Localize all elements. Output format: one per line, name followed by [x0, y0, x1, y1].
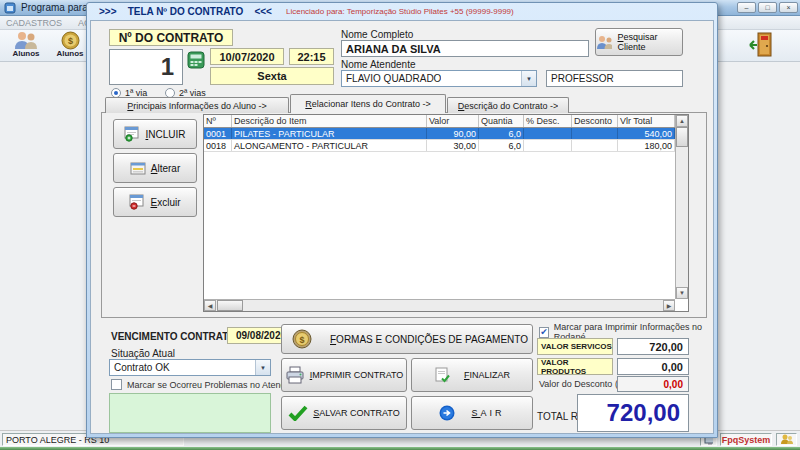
vencimento-label: VENCIMENTO CONTRATO: — [111, 331, 239, 342]
window-controls: – □ × — [737, 2, 798, 13]
row-num: 0001 — [204, 128, 232, 139]
sair-label: SAIR — [471, 408, 504, 418]
col-perc-desc: % Desc. — [524, 115, 572, 127]
table-row[interactable]: 0018 ALONGAMENTO - PARTICULAR 30,00 6,0 … — [204, 140, 688, 152]
scroll-down-icon[interactable]: ▼ — [676, 287, 688, 299]
nome-completo-label: Nome Completo — [341, 29, 413, 40]
imprimir-contrato-label: IMPRIMIR CONTRATO — [310, 370, 404, 380]
sair-button[interactable]: SAIR — [411, 396, 533, 430]
imprimir-contrato-button[interactable]: IMPRIMIR CONTRATO — [281, 358, 407, 392]
excluir-label: Excluir — [150, 197, 180, 208]
salvar-contrato-button[interactable]: SALVAR CONTRATO — [281, 396, 407, 430]
chevron-down-icon: ▼ — [521, 71, 536, 86]
dialog-titlebar[interactable]: >>> TELA Nº DO CONTRATO <<< Licenciado p… — [87, 3, 717, 20]
situacao-combobox[interactable]: Contrato OK ▼ — [109, 359, 271, 376]
payment-coin-icon: $ — [292, 329, 312, 349]
scroll-left-icon[interactable]: ◀ — [204, 300, 216, 311]
total-field: 720,00 — [577, 394, 689, 432]
app-window-icon — [4, 2, 16, 14]
exit-door-icon — [747, 31, 774, 58]
maximize-button[interactable]: □ — [758, 2, 777, 13]
col-desconto: Desconto — [572, 115, 618, 127]
edit-item-icon — [130, 161, 146, 176]
coin-icon: $ — [61, 31, 80, 50]
row-quantia: 6,0 — [479, 140, 524, 151]
contract-time-field: 22:15 — [289, 48, 334, 65]
valor-desconto-field: 0,00 — [617, 376, 689, 392]
tab-descricao-contrato[interactable]: Descrição do Contrato -> — [447, 97, 569, 113]
calendar-icon — [187, 51, 205, 69]
dialog-title: >>> TELA Nº DO CONTRATO <<< — [99, 6, 272, 17]
valor-servicos-label: VALOR SERVICOS — [537, 338, 613, 355]
col-descricao: Descrição do Item — [232, 115, 427, 127]
screen: Programa para Stúdi – □ × CADASTROS AGEN… — [0, 0, 800, 450]
minimize-button[interactable]: – — [737, 2, 756, 13]
menu-cadastros[interactable]: CADASTROS — [6, 18, 62, 28]
toolbar-alunos-1-label: Alunos — [12, 49, 39, 58]
printer-icon — [285, 366, 305, 384]
formas-pagamento-label: FORMAS E CONDIÇÕES DE PAGAMENTO — [330, 334, 528, 345]
toolbar-alunos-2[interactable]: $ Alunos — [50, 31, 90, 61]
scroll-up-icon[interactable]: ▲ — [676, 115, 688, 127]
dialog-license-text: Licenciado para: Temporização Stúdio Pil… — [286, 7, 514, 16]
nome-completo-field[interactable]: ARIANA DA SILVA — [341, 40, 589, 57]
atendente-value: FLAVIO QUADRADO — [342, 73, 441, 84]
table-vertical-scrollbar[interactable]: ▲ ▼ — [675, 115, 688, 299]
tab-descricao-label: Descrição do Contrato -> — [458, 101, 558, 111]
valor-produtos-field: 0,00 — [617, 358, 689, 375]
problemas-checkbox-box — [111, 379, 122, 390]
items-table-header: Nº Descrição do Item Valor Quantia % Des… — [204, 115, 688, 128]
alterar-button[interactable]: Alterar — [113, 153, 197, 183]
atendente-combobox[interactable]: FLAVIO QUADRADO ▼ — [341, 70, 537, 87]
delete-item-icon — [129, 194, 145, 210]
valor-produtos-label: VALOR PRODUTOS — [537, 358, 613, 375]
contract-number-header: Nº DO CONTRATO — [109, 29, 233, 46]
situacao-label: Situação Atual — [111, 348, 175, 359]
close-button[interactable]: × — [779, 2, 798, 13]
contract-calendar-button[interactable] — [187, 51, 205, 71]
observacoes-textarea[interactable] — [109, 393, 271, 433]
contract-dialog: >>> TELA Nº DO CONTRATO <<< Licenciado p… — [86, 2, 718, 438]
svg-text:$: $ — [299, 335, 304, 345]
toolbar-alunos-1[interactable]: Alunos — [6, 31, 46, 61]
toolbar-alunos-2-label: Alunos — [56, 49, 83, 58]
incluir-button[interactable]: INCLUIR — [113, 119, 197, 149]
incluir-label: INCLUIR — [145, 129, 185, 140]
funcao-field[interactable]: PROFESSOR — [546, 70, 683, 87]
chevron-down-icon: ▼ — [255, 360, 270, 375]
excluir-button[interactable]: Excluir — [113, 187, 197, 217]
contract-weekday-field: Sexta — [210, 67, 334, 85]
finalizar-label: FINALIZAR — [464, 370, 510, 380]
tab-principais-informacoes[interactable]: Principais Informações do Aluno -> — [105, 97, 289, 113]
status-brand: FpqSystem — [720, 433, 772, 446]
dialog-body: Nº DO CONTRATO 1 10/07/2020 22:15 Sexta … — [90, 20, 714, 434]
contract-number-field[interactable]: 1 — [109, 49, 183, 85]
finalize-doc-icon — [434, 367, 450, 383]
vertical-scroll-thumb[interactable] — [676, 127, 688, 147]
row-vlr-total: 540,00 — [618, 128, 675, 139]
horizontal-scroll-thumb[interactable] — [217, 300, 243, 311]
row-desconto — [572, 128, 618, 139]
col-quantia: Quantia — [479, 115, 524, 127]
pesquisar-cliente-button[interactable]: Pesquisar Cliente — [595, 28, 683, 56]
alterar-label: Alterar — [151, 163, 180, 174]
row-quantia: 6,0 — [479, 128, 524, 139]
table-horizontal-scrollbar[interactable]: ◀ ▶ — [204, 299, 675, 311]
col-vlr-total: Vlr Total — [618, 115, 675, 127]
row-perc-desc — [524, 128, 572, 139]
finalizar-button[interactable]: FINALIZAR — [411, 358, 533, 392]
col-valor: Valor — [427, 115, 479, 127]
contract-date-field[interactable]: 10/07/2020 — [210, 48, 284, 65]
col-num: Nº — [204, 115, 232, 127]
row-descricao: ALONGAMENTO - PARTICULAR — [232, 140, 427, 151]
table-row[interactable]: 0001 PILATES - PARTICULAR 90,00 6,0 540,… — [204, 128, 688, 140]
valor-desconto-label: Valor do Desconto ( - ) — [539, 379, 629, 389]
toolbar-exit[interactable] — [744, 31, 776, 61]
search-clients-icon — [596, 35, 612, 50]
scroll-right-icon[interactable]: ▶ — [663, 300, 675, 311]
formas-pagamento-button[interactable]: $ FORMAS E CONDIÇÕES DE PAGAMENTO — [281, 324, 533, 354]
tab-relacionar-itens[interactable]: Relacionar Itens do Contrato -> — [290, 94, 446, 113]
row-num: 0018 — [204, 140, 232, 151]
exit-arrow-icon — [439, 405, 455, 421]
add-item-icon — [124, 126, 140, 142]
